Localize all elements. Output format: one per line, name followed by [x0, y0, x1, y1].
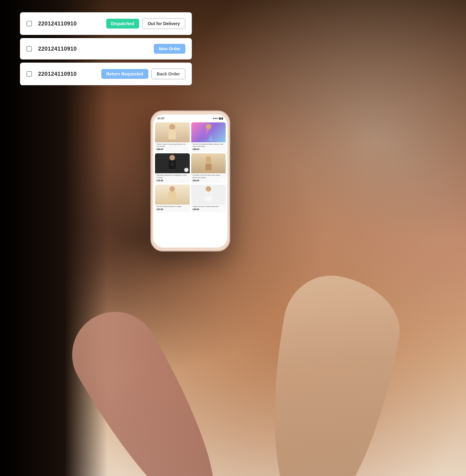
svg-marker-3 — [205, 129, 212, 140]
phone-time: 21:57 — [157, 117, 165, 120]
svg-rect-1 — [169, 129, 176, 139]
phone-status-bar: 21:57 ●●● ▮▮▮ — [153, 114, 227, 121]
product-image-3: ♡ — [155, 153, 190, 173]
svg-point-16 — [206, 195, 207, 197]
product-info-2: French Connection flutter sleeve midi dr… — [191, 142, 226, 152]
product-price-6: £38.00 — [193, 208, 224, 210]
product-image-5 — [155, 185, 190, 205]
phone-product-card-1[interactable]: Pretty Lavish Curve asymmetric cut out s… — [155, 122, 190, 152]
phone-product-grid: Pretty Lavish Curve asymmetric cut out s… — [153, 121, 227, 213]
product-price-2: £69.00 — [193, 148, 224, 150]
order-panel: 220124110910 Dispatched Out for Delivery… — [17, 9, 195, 91]
order-id-1: 220124110910 — [38, 21, 100, 27]
order-checkbox-3[interactable] — [26, 71, 32, 77]
svg-point-0 — [169, 124, 175, 130]
product-title-4: It's Now Cool Premium knit colour block … — [193, 174, 224, 178]
phone-mockup: 21:57 ●●● ▮▮▮ Pretty Lavish Curve asymme… — [150, 110, 230, 251]
product-title-3: Berghaus Mountain Anaglyphs t-shirt in b… — [157, 174, 188, 178]
svg-point-9 — [169, 186, 175, 192]
order-checkbox-1[interactable] — [26, 21, 32, 26]
svg-rect-10 — [169, 192, 176, 202]
badge-back-order[interactable]: Back Order — [151, 68, 185, 79]
product-price-4: £84.00 — [193, 179, 224, 182]
product-title-1: Pretty Lavish Curve asymmetric cut out s… — [157, 143, 188, 148]
svg-rect-8 — [205, 164, 212, 170]
svg-point-11 — [206, 186, 211, 192]
product-info-1: Pretty Lavish Curve asymmetric cut out s… — [155, 142, 190, 152]
product-info-5: NA-KD relaxed blazer in beige £37.00 — [155, 205, 190, 212]
heart-icon-4[interactable]: ♡ — [220, 178, 224, 182]
badge-dispatched[interactable]: Dispatched — [106, 19, 139, 29]
heart-icon-3[interactable]: ♡ — [184, 168, 188, 172]
svg-point-18 — [210, 195, 211, 197]
phone-product-card-6[interactable]: ♡ Jaded dot top in white polka dot £38.0… — [191, 185, 226, 212]
phone-product-card-3[interactable]: ♡ Berghaus Mountain Anaglyphs t-shirt in… — [155, 153, 190, 183]
product-title-6: Jaded dot top in white polka dot — [193, 205, 224, 208]
phone-product-card-5[interactable]: NA-KD relaxed blazer in beige £37.00 — [155, 185, 190, 212]
product-price-5: £37.00 — [157, 208, 188, 210]
badge-return-requested[interactable]: Return Requested — [101, 69, 148, 79]
phone-screen: 21:57 ●●● ▮▮▮ Pretty Lavish Curve asymme… — [153, 114, 227, 248]
product-price-3: £33.00 — [157, 179, 188, 182]
svg-point-2 — [206, 124, 211, 129]
svg-point-13 — [206, 193, 207, 194]
phone-frame: 21:57 ●●● ▮▮▮ Pretty Lavish Curve asymme… — [150, 110, 230, 251]
order-row-2: 220124110910 New Order — [20, 38, 192, 60]
phone-product-card-4[interactable]: ♡ It's Now Cool Premium knit colour bloc… — [191, 153, 226, 183]
phone-product-card-2[interactable]: French Connection flutter sleeve midi dr… — [191, 122, 226, 152]
order-row-3: 220124110910 Return Requested Back Order — [20, 63, 192, 85]
badge-out-for-delivery[interactable]: Out for Delivery — [142, 18, 185, 29]
product-image-2 — [191, 122, 226, 142]
product-title-5: NA-KD relaxed blazer in beige — [157, 205, 188, 208]
badge-new-order[interactable]: New Order — [154, 44, 185, 54]
svg-point-14 — [208, 192, 209, 194]
product-image-4: ♡ — [191, 153, 226, 173]
order-id-2: 220124110910 — [38, 46, 148, 52]
product-info-3: Berghaus Mountain Anaglyphs t-shirt in b… — [155, 173, 190, 183]
phone-signal: ●●● ▮▮▮ — [213, 117, 223, 120]
order-id-3: 220124110910 — [38, 71, 95, 77]
product-title-2: French Connection flutter sleeve midi dr… — [193, 143, 224, 148]
svg-point-4 — [169, 155, 175, 160]
svg-point-15 — [210, 193, 211, 194]
order-checkbox-2[interactable] — [26, 46, 32, 52]
order-badges-1: Dispatched Out for Delivery — [106, 18, 186, 29]
order-badges-3: Return Requested Back Order — [101, 68, 185, 79]
svg-point-6 — [170, 162, 174, 166]
order-badges-2: New Order — [154, 44, 185, 54]
order-row-1: 220124110910 Dispatched Out for Delivery — [20, 12, 192, 35]
product-price-1: £69.00 — [157, 148, 188, 150]
svg-point-17 — [208, 194, 209, 196]
heart-icon-6[interactable]: ♡ — [220, 206, 224, 211]
product-image-6: ♡ — [191, 185, 226, 205]
product-image-1 — [155, 122, 190, 142]
